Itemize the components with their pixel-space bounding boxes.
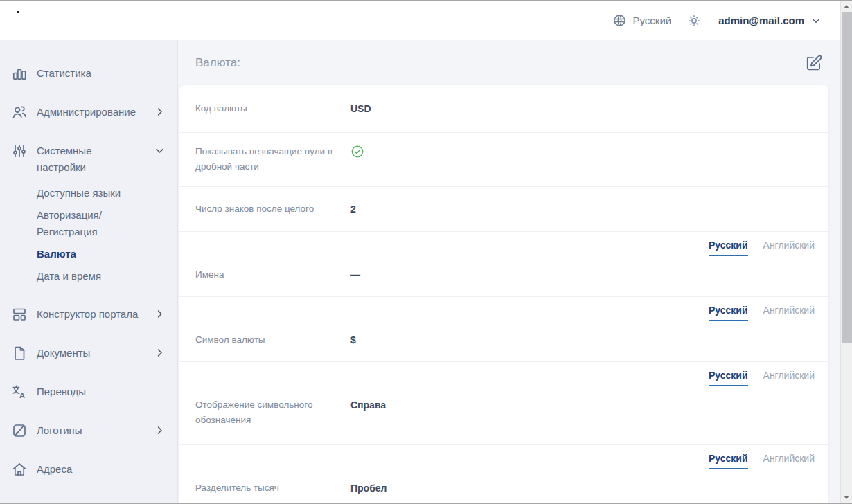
sidebar-item-label: Переводы: [37, 384, 86, 400]
sidebar-item-statistics[interactable]: Статистика: [11, 65, 169, 82]
row-value: USD: [350, 101, 371, 116]
tab-english[interactable]: Английский: [763, 240, 815, 256]
document-icon: [11, 345, 28, 361]
sidebar-item-administration[interactable]: Администрирование: [11, 104, 169, 120]
row-label: Символ валюты: [195, 332, 350, 348]
users-icon: [11, 104, 28, 120]
triangle-up-icon: [844, 5, 849, 8]
row-label: Разделитель тысяч: [195, 480, 350, 496]
language-switcher[interactable]: Русский: [612, 13, 672, 28]
user-email: admin@mail.com: [718, 15, 804, 26]
sidebar-item-label: Логотипы: [37, 422, 82, 439]
language-tabs: Русский Английский: [195, 240, 815, 256]
sidebar-subitem-date-time[interactable]: Дата и время: [37, 268, 141, 285]
language-tabs: Русский Английский: [195, 370, 815, 386]
sidebar-item-label: Системные настройки: [37, 143, 142, 176]
sidebar-item-addresses[interactable]: Адреса: [11, 461, 169, 478]
sidebar-item-label: Статистика: [37, 65, 91, 82]
chevron-right-icon: [154, 309, 165, 319]
row-value: Пробел: [350, 480, 387, 496]
vertical-scrollbar[interactable]: [840, 1, 852, 503]
sidebar-item-portal-builder[interactable]: Конструктор портала: [11, 306, 169, 323]
row-label: Имена: [195, 267, 350, 282]
chevron-right-icon: [154, 107, 165, 117]
tab-russian[interactable]: Русский: [709, 305, 748, 321]
user-menu[interactable]: admin@mail.com: [718, 15, 821, 26]
row-currency-code: Код валюты USD: [179, 85, 828, 133]
logos-icon: [11, 422, 28, 439]
language-tabs: Русский Английский: [195, 305, 815, 321]
row-label: Показывать незначащие нули в дробной час…: [195, 144, 350, 174]
chevron-down-icon: [811, 16, 821, 26]
scrollbar-up-button[interactable]: [841, 1, 852, 12]
header-controls: Русский admin@mail.com: [612, 13, 822, 28]
sidebar-subitem-auth-registration[interactable]: Авторизация/​Регистрация: [37, 207, 141, 240]
bar-chart-icon: [11, 65, 28, 82]
row-show-insignificant-zeros: Показывать незначащие нули в дробной час…: [179, 133, 828, 187]
top-header: Русский admin@mail.com: [0, 1, 840, 40]
row-value: —: [350, 267, 360, 282]
sidebar-item-label: Адреса: [37, 461, 72, 478]
theme-toggle-button[interactable]: [686, 13, 702, 28]
sidebar-subitem-currency[interactable]: Валюта: [37, 246, 141, 262]
system-settings-submenu: Доступные языки Авторизация/​Регистрация…: [37, 185, 169, 285]
scrollbar-thumb[interactable]: [842, 12, 852, 343]
triangle-down-icon: [844, 496, 849, 499]
row-symbol-display: Русский Английский Отображение символьно…: [179, 362, 828, 445]
layout-icon: [11, 306, 28, 323]
chevron-right-icon: [154, 348, 165, 358]
sidebar-item-label: Конструктор портала: [37, 306, 138, 323]
row-thousands-separator: Русский Английский Разделитель тысяч Про…: [179, 445, 828, 504]
globe-icon: [612, 13, 627, 28]
page-title: Валюта:: [195, 56, 240, 70]
sidebar-item-label: Документы: [37, 345, 90, 361]
sidebar-item-documents[interactable]: Документы: [11, 345, 169, 361]
tab-english[interactable]: Английский: [763, 453, 815, 469]
row-value: 2: [350, 201, 356, 217]
sidebar-item-label: Администрирование: [37, 104, 136, 120]
logo-placeholder: [17, 11, 19, 13]
row-label: Отображение символьного обозначения: [195, 397, 350, 428]
currency-settings-card: Код валюты USD Показывать незначащие нул…: [179, 85, 828, 504]
edit-icon: [805, 54, 823, 72]
scrollbar-down-button[interactable]: [841, 492, 852, 503]
tab-russian[interactable]: Русский: [709, 240, 748, 256]
row-currency-symbol: Русский Английский Символ валюты $: [179, 297, 828, 362]
sidebar-subitem-available-languages[interactable]: Доступные языки: [37, 185, 141, 201]
tab-russian[interactable]: Русский: [709, 453, 748, 469]
translate-icon: A: [11, 384, 28, 400]
tab-english[interactable]: Английский: [763, 370, 815, 386]
row-label: Число знаков после целого: [195, 201, 350, 217]
chevron-down-icon: [154, 145, 165, 156]
language-tabs: Русский Английский: [195, 453, 815, 469]
sidebar-item-system-settings[interactable]: Системные настройки: [11, 143, 169, 176]
row-names: Русский Английский Имена —: [179, 232, 828, 297]
language-label: Русский: [633, 15, 672, 26]
row-value: Справа: [350, 397, 386, 413]
sun-icon: [686, 13, 702, 28]
row-value: $: [350, 332, 356, 348]
edit-button[interactable]: [805, 54, 823, 72]
chevron-right-icon: [154, 425, 165, 435]
tab-russian[interactable]: Русский: [709, 370, 748, 386]
row-label: Код валюты: [195, 101, 350, 116]
sidebar-item-translations[interactable]: A Переводы: [11, 384, 169, 400]
sidebar-nav: Статистика Администрирование: [0, 40, 178, 503]
svg-text:A: A: [19, 391, 25, 399]
sidebar-item-logos[interactable]: Логотипы: [11, 422, 169, 439]
home-icon: [11, 461, 28, 478]
sliders-icon: [11, 143, 28, 159]
tab-english[interactable]: Английский: [763, 305, 815, 321]
main-content: Валюта: Код валюты USD: [178, 40, 840, 503]
row-decimal-places: Число знаков после целого 2: [179, 187, 828, 232]
page: Русский admin@mail.com: [0, 1, 840, 503]
check-circle-icon: [350, 145, 364, 159]
